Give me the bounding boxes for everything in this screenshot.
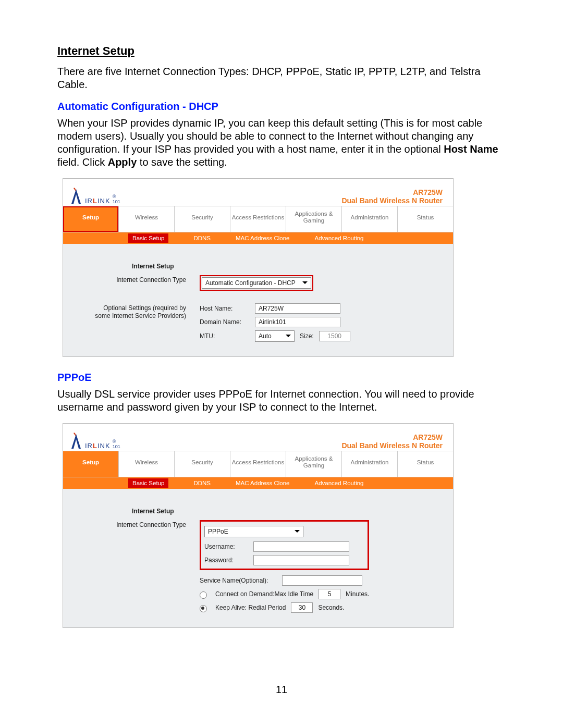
domain-label: Domain Name: xyxy=(200,318,250,326)
airlink-logo: IRLINK ®101 xyxy=(68,187,120,205)
connect-on-demand-radio[interactable] xyxy=(200,591,207,599)
subtab-basic-setup[interactable]: Basic Setup xyxy=(128,478,168,488)
logo-sub: 101 xyxy=(113,444,120,449)
tab-status[interactable]: Status xyxy=(398,206,453,232)
seconds-label: Seconds. xyxy=(318,604,344,611)
tab-wireless[interactable]: Wireless xyxy=(119,206,175,232)
subtab-ddns[interactable]: DDNS xyxy=(193,235,211,241)
dhcp-paragraph: When your ISP provides dynamic IP, you c… xyxy=(57,117,506,169)
tab-applications-gaming[interactable]: Applications & Gaming xyxy=(286,451,342,477)
ict-label: Internet Connection Type xyxy=(87,275,200,284)
logo-text-ir: IR xyxy=(85,442,93,450)
tab-administration[interactable]: Administration xyxy=(342,206,398,232)
router-model: AR725W xyxy=(341,433,443,441)
ict-select[interactable]: Automatic Configuration - DHCP xyxy=(202,277,311,289)
main-tab-bar: Setup Wireless Security Access Restricti… xyxy=(63,206,453,232)
idle-time-input[interactable]: 5 xyxy=(319,589,340,599)
pppoe-paragraph: Usually DSL service provider uses PPPoE … xyxy=(57,388,506,414)
router-model: AR725W xyxy=(341,188,443,196)
size-label: Size: xyxy=(300,332,314,340)
connect-on-demand-label: Connect on Demand:Max Idle Time xyxy=(215,590,313,598)
mtu-label: MTU: xyxy=(200,332,250,340)
router-screenshot-pppoe: IRLINK ®101 AR725W Dual Band Wireless N … xyxy=(63,423,454,628)
logo-text-l: L xyxy=(93,197,97,205)
sub-tab-bar: Basic Setup DDNS MAC Address Clone Advan… xyxy=(63,232,453,244)
tab-status[interactable]: Status xyxy=(398,451,453,477)
tab-access-restrictions[interactable]: Access Restrictions xyxy=(230,206,286,232)
dhcp-heading: Automatic Configuration - DHCP xyxy=(57,101,506,113)
tab-security[interactable]: Security xyxy=(175,451,230,477)
subtab-ddns[interactable]: DDNS xyxy=(193,480,211,486)
sub-tab-bar: Basic Setup DDNS MAC Address Clone Advan… xyxy=(63,477,453,489)
tab-setup[interactable]: Setup xyxy=(63,206,119,232)
intro-paragraph: There are five Internet Connection Types… xyxy=(57,65,506,91)
subtab-mac-clone[interactable]: MAC Address Clone xyxy=(236,235,290,241)
password-input[interactable] xyxy=(253,555,349,565)
tab-access-restrictions[interactable]: Access Restrictions xyxy=(230,451,286,477)
service-name-input[interactable] xyxy=(282,575,362,586)
main-tab-bar: Setup Wireless Security Access Restricti… xyxy=(63,451,453,477)
logo-sub: 101 xyxy=(113,199,120,204)
pppoe-heading: PPPoE xyxy=(57,372,506,384)
dhcp-bold-apply: Apply xyxy=(108,156,137,168)
keep-alive-radio[interactable] xyxy=(200,605,207,612)
airlink-logo: IRLINK ®101 xyxy=(68,432,120,450)
logo-text-ink: INK xyxy=(97,197,111,205)
router-tagline: Dual Band Wireless N Router xyxy=(341,441,443,450)
logo-reg: ® xyxy=(113,194,116,199)
domain-input[interactable]: Airlink101 xyxy=(255,317,340,327)
service-name-label: Service Name(Optional): xyxy=(200,577,277,584)
tab-security[interactable]: Security xyxy=(175,206,230,232)
tab-wireless[interactable]: Wireless xyxy=(119,451,175,477)
logo-a-icon xyxy=(68,187,84,205)
redial-period-input[interactable]: 30 xyxy=(291,602,313,613)
panel-title: Internet Setup xyxy=(87,508,440,515)
section-heading: Internet Setup xyxy=(57,44,506,58)
dhcp-bold-hostname: Host Name xyxy=(444,143,498,155)
logo-a-icon xyxy=(68,432,84,450)
password-label: Password: xyxy=(204,557,248,564)
username-label: Username: xyxy=(204,543,248,550)
subtab-basic-setup[interactable]: Basic Setup xyxy=(128,233,168,243)
logo-text-ir: IR xyxy=(85,197,93,205)
logo-reg: ® xyxy=(113,439,116,444)
logo-text-ink: INK xyxy=(97,442,111,450)
tab-setup[interactable]: Setup xyxy=(63,451,119,477)
subtab-advanced-routing[interactable]: Advanced Routing xyxy=(315,235,364,241)
tab-administration[interactable]: Administration xyxy=(342,451,398,477)
mtu-size-input[interactable]: 1500 xyxy=(319,331,350,341)
minutes-label: Minutes. xyxy=(346,590,369,598)
dhcp-text-post: to save the setting. xyxy=(137,156,227,168)
optional-settings-label: Optional Settings (required by some Inte… xyxy=(87,303,200,320)
hostname-input[interactable]: AR725W xyxy=(255,303,340,314)
mtu-select[interactable]: Auto xyxy=(255,330,295,342)
keep-alive-label: Keep Alive: Redial Period xyxy=(215,604,286,611)
logo-text-l: L xyxy=(93,442,97,450)
hostname-label: Host Name: xyxy=(200,305,250,312)
subtab-advanced-routing[interactable]: Advanced Routing xyxy=(315,480,364,486)
username-input[interactable] xyxy=(253,541,349,552)
router-screenshot-dhcp: IRLINK ®101 AR725W Dual Band Wireless N … xyxy=(63,178,454,357)
tab-applications-gaming[interactable]: Applications & Gaming xyxy=(286,206,342,232)
page-number: 11 xyxy=(0,684,563,696)
dhcp-text-mid: field. Click xyxy=(57,156,108,168)
panel-title: Internet Setup xyxy=(87,263,440,270)
ict-label: Internet Connection Type xyxy=(87,520,200,529)
ict-select[interactable]: PPPoE xyxy=(204,526,303,537)
subtab-mac-clone[interactable]: MAC Address Clone xyxy=(236,480,290,486)
router-tagline: Dual Band Wireless N Router xyxy=(341,196,443,205)
dhcp-text-pre: When your ISP provides dynamic IP, you c… xyxy=(57,117,482,155)
